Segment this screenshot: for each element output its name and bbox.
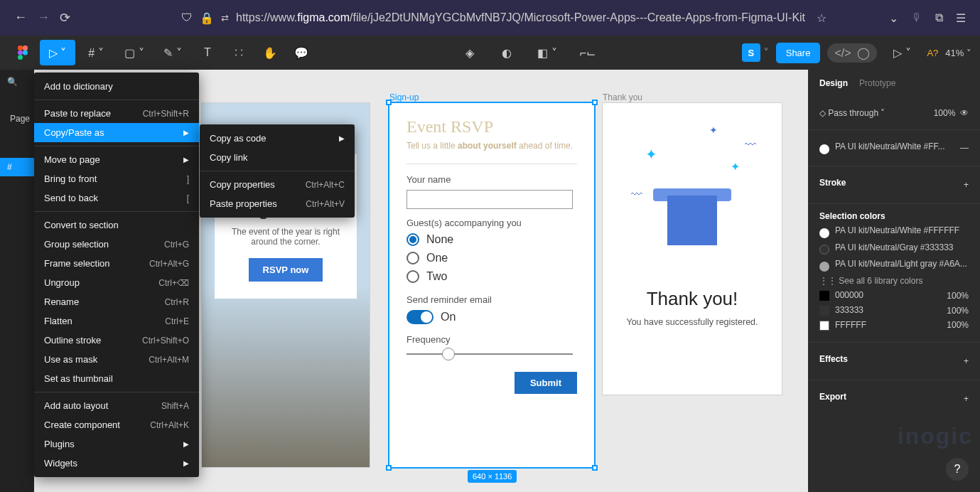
menu-move-to-page[interactable]: Move to page▶ <box>34 150 199 169</box>
submenu-copy-as-code[interactable]: Copy as code▶ <box>200 129 355 148</box>
present-icon[interactable]: ▷ ˅ <box>884 40 920 65</box>
submenu-copy-properties[interactable]: Copy propertiesCtrl+Alt+C <box>200 175 355 194</box>
permissions-icon[interactable]: ⇄ <box>221 13 229 23</box>
zoom-dropdown[interactable]: 41% ˅ <box>945 48 971 58</box>
menu-add-dictionary[interactable]: Add to dictionary <box>34 77 199 96</box>
move-tool[interactable]: ▷ ˅ <box>40 40 75 65</box>
frame-signup[interactable]: Event RSVP Tell us a little about yourse… <box>389 103 594 467</box>
rsvp-sub: Tell us a little about yourself ahead of… <box>406 141 577 151</box>
missing-fonts-icon[interactable]: A? <box>927 48 938 58</box>
tab-design[interactable]: Design <box>819 78 848 88</box>
shape-tool[interactable]: ▢ ˅ <box>117 40 152 65</box>
hand-tool[interactable]: ✋ <box>256 40 284 65</box>
blend-mode-dropdown[interactable]: ◇ Pass through ˅ <box>819 108 885 118</box>
back-icon[interactable]: ← <box>14 10 27 26</box>
radio-one[interactable]: One <box>406 252 577 264</box>
comment-tool[interactable]: 💬 <box>287 40 316 65</box>
search-icon[interactable]: 🔍 <box>7 77 18 87</box>
mask-icon[interactable]: ◐ <box>492 40 521 65</box>
rsvp-button[interactable]: RSVP now <box>249 258 323 282</box>
submenu-copy-link[interactable]: Copy link <box>200 148 355 167</box>
menu-bring-front[interactable]: Bring to front] <box>34 169 199 188</box>
menu-auto-layout[interactable]: Add auto layoutShift+A <box>34 396 199 415</box>
menu-send-back[interactable]: Send to back[ <box>34 188 199 208</box>
frame-tool[interactable]: # ˅ <box>78 40 114 65</box>
right-panel: Design Prototype ◇ Pass through ˅ 100% 👁… <box>808 70 980 492</box>
menu-frame-selection[interactable]: Frame selectionCtrl+Alt+G <box>34 254 199 273</box>
pen-tool[interactable]: ✎ ˅ <box>155 40 190 65</box>
hex-2[interactable]: 333333100% <box>819 305 969 316</box>
menu-rename[interactable]: RenameCtrl+R <box>34 292 199 311</box>
reminder-toggle[interactable] <box>406 310 434 324</box>
hex-1[interactable]: 000000100% <box>819 290 969 301</box>
dev-mode-toggle[interactable]: </> ◯ <box>827 43 877 63</box>
add-stroke-icon[interactable]: + <box>964 180 969 190</box>
reload-icon[interactable]: ⟳ <box>60 10 70 26</box>
party-subtitle: The event of the year is right around th… <box>227 227 344 247</box>
name-input[interactable] <box>406 190 573 209</box>
sel-color-2[interactable]: PA UI kit/Neutral/Gray #333333 <box>819 242 969 255</box>
radio-none[interactable]: None <box>406 233 577 246</box>
menu-outline-stroke[interactable]: Outline strokeCtrl+Shift+O <box>34 331 199 350</box>
menu-create-component[interactable]: Create componentCtrl+Alt+K <box>34 415 199 434</box>
extensions-icon[interactable]: ⧉ <box>935 11 943 24</box>
rsvp-heading: Event RSVP <box>406 117 577 137</box>
radio-two[interactable]: Two <box>406 270 577 283</box>
submenu-paste-properties[interactable]: Paste propertiesCtrl+Alt+V <box>200 194 355 213</box>
sel-color-1[interactable]: PA UI kit/Neutral/White #FFFFFF <box>819 225 969 238</box>
menu-widgets[interactable]: Widgets▶ <box>34 454 199 473</box>
watermark: inogic <box>898 423 973 449</box>
menu-ungroup[interactable]: UngroupCtrl+⌫ <box>34 273 199 292</box>
guests-label: Guest(s) accompanying you <box>406 218 577 228</box>
svg-point-3 <box>23 50 28 55</box>
export-heading: Export <box>819 392 846 402</box>
shield-icon[interactable]: 🛡 <box>181 11 193 24</box>
effects-heading: Effects <box>819 354 848 364</box>
mic-icon[interactable]: 🎙 <box>911 11 922 24</box>
layer-frame-item[interactable]: # <box>0 158 34 176</box>
pocket-icon[interactable]: ⌄ <box>889 11 898 25</box>
forward-icon[interactable]: → <box>37 10 50 26</box>
dimension-badge: 640 × 1136 <box>468 470 517 483</box>
add-export-icon[interactable]: + <box>964 394 969 404</box>
boolean-icon[interactable]: ◧ ˅ <box>529 40 565 65</box>
see-all-colors[interactable]: ⋮⋮ See all 6 library colors <box>819 276 969 286</box>
fill-row[interactable]: PA UI kit/Neutral/White #FF... — <box>819 141 969 154</box>
menu-paste-replace[interactable]: Paste to replaceCtrl+Shift+R <box>34 104 199 123</box>
frequency-slider[interactable] <box>406 353 573 355</box>
share-button[interactable]: Share <box>776 43 821 63</box>
submit-button[interactable]: Submit <box>515 372 577 394</box>
frame-label-thankyou[interactable]: Thank you <box>603 92 642 102</box>
frequency-label: Frequency <box>406 334 577 345</box>
user-avatar[interactable]: S <box>742 43 760 62</box>
text-tool[interactable]: T <box>193 40 222 65</box>
lock-icon[interactable]: 🔒 <box>200 11 214 25</box>
frame-icon: # <box>7 162 12 172</box>
stroke-heading: Stroke <box>819 178 846 188</box>
tab-prototype[interactable]: Prototype <box>859 78 895 88</box>
crop-icon[interactable]: ⌐⌙ <box>574 40 602 65</box>
menu-group[interactable]: Group selectionCtrl+G <box>34 235 199 254</box>
address-bar[interactable]: 🛡 🔒 ⇄ https://www.figma.com/file/jJe2DtU… <box>181 11 863 25</box>
menu-flatten[interactable]: FlattenCtrl+E <box>34 311 199 331</box>
hamburger-menu-icon[interactable]: ☰ <box>956 11 966 25</box>
frame-thankyou[interactable]: ✦ ✦ ✦ 〰 〰 ✦ Thank you! You have successf… <box>603 103 782 395</box>
menu-use-as-mask[interactable]: Use as maskCtrl+Alt+M <box>34 350 199 369</box>
hex-3[interactable]: FFFFFF100% <box>819 320 969 331</box>
sel-color-3[interactable]: PA UI kit/Neutral/Light gray #A6A... <box>819 259 969 272</box>
help-icon[interactable]: ? <box>946 458 969 481</box>
add-effect-icon[interactable]: + <box>964 356 969 366</box>
remove-icon[interactable]: — <box>960 143 969 153</box>
menu-convert-section[interactable]: Convert to section <box>34 215 199 235</box>
star-icon[interactable]: ☆ <box>817 11 826 25</box>
menu-copy-paste-as[interactable]: Copy/Paste as▶ <box>34 123 199 142</box>
menu-plugins[interactable]: Plugins▶ <box>34 434 199 454</box>
pages-label: Page <box>10 114 30 124</box>
menu-set-thumbnail[interactable]: Set as thumbnail <box>34 369 199 388</box>
figma-logo-icon[interactable] <box>9 40 37 65</box>
thankyou-title: Thank you! <box>615 288 769 310</box>
component-icon[interactable]: ◈ <box>456 40 484 65</box>
resources-tool[interactable]: ⸬ <box>225 40 253 65</box>
svg-rect-2 <box>18 50 23 55</box>
frame-label-signup[interactable]: Sign-up <box>389 92 419 102</box>
